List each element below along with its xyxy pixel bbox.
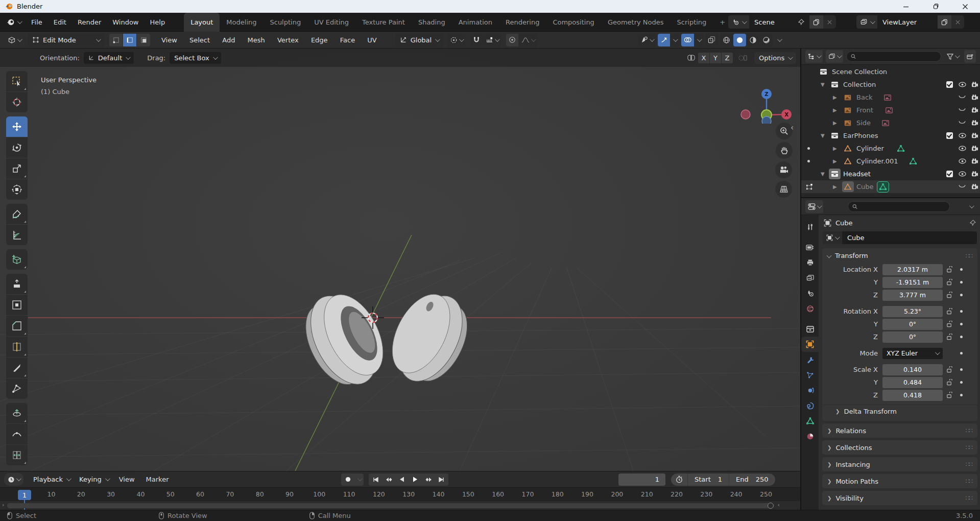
lock-icon[interactable] xyxy=(943,308,956,315)
outliner-display-mode-button[interactable] xyxy=(826,50,843,63)
properties-search-input[interactable] xyxy=(861,203,945,210)
disable-in-renders-toggle[interactable] xyxy=(970,120,980,126)
new-collection-button[interactable] xyxy=(964,50,976,63)
outliner-row-front[interactable]: ▶ Front xyxy=(801,104,980,116)
overlays-dropdown[interactable] xyxy=(695,34,703,46)
timeline-collapse-chevron[interactable]: ‹ xyxy=(778,502,780,508)
tool-knife[interactable] xyxy=(6,358,28,378)
scale-z-field[interactable]: 0.418 xyxy=(882,390,943,401)
panel-drag-dots-icon[interactable]: ∷∷ xyxy=(966,252,972,259)
props-tab-scene[interactable] xyxy=(801,286,819,301)
jump-to-end-button[interactable] xyxy=(435,473,448,486)
disable-in-renders-toggle[interactable] xyxy=(970,94,980,101)
rotation-z-field[interactable]: 0° xyxy=(882,331,943,343)
workspace-tab-scripting[interactable]: Scripting xyxy=(671,13,713,32)
tool-edge-slide[interactable] xyxy=(6,445,28,465)
outliner-row-back[interactable]: ▶ Back xyxy=(801,91,980,104)
lock-icon[interactable] xyxy=(943,279,956,286)
disclosure-triangle-icon[interactable]: ▶ xyxy=(833,184,837,190)
animate-dot[interactable] xyxy=(956,381,966,384)
lock-icon[interactable] xyxy=(943,334,956,340)
keying-set-dropdown[interactable] xyxy=(354,473,364,486)
location-y-field[interactable]: -1.9151 m xyxy=(882,277,943,288)
tool-add-cube[interactable] xyxy=(6,249,28,270)
tool-transform[interactable] xyxy=(6,179,28,200)
tool-cursor[interactable] xyxy=(6,92,28,112)
close-button[interactable] xyxy=(950,0,980,13)
workspace-tab-texture-paint[interactable]: Texture Paint xyxy=(355,13,412,32)
lock-icon[interactable] xyxy=(943,366,956,373)
menu-add[interactable]: Add xyxy=(217,36,240,44)
workspace-tab-sculpting[interactable]: Sculpting xyxy=(263,13,307,32)
hide-in-viewport-toggle[interactable] xyxy=(957,184,967,189)
frame-start-field[interactable]: Start 1 xyxy=(687,473,729,486)
snap-falloff-icon[interactable] xyxy=(738,54,748,62)
transform-panel-header[interactable]: Transform ∷∷ xyxy=(822,248,977,263)
shading-rendered-button[interactable] xyxy=(760,34,773,46)
rotation-x-field[interactable]: 5.23° xyxy=(882,306,943,317)
disable-in-renders-toggle[interactable] xyxy=(970,184,980,190)
hide-in-viewport-toggle[interactable] xyxy=(957,146,967,151)
outliner-row-scene-collection[interactable]: Scene Collection xyxy=(801,65,980,78)
shading-wireframe-button[interactable] xyxy=(720,34,733,46)
menu-vertex[interactable]: Vertex xyxy=(272,36,304,44)
disclosure-triangle-icon[interactable]: ▼ xyxy=(821,82,825,87)
mirror-z-toggle[interactable]: Z xyxy=(722,53,733,63)
timeline-view-menu[interactable]: View xyxy=(113,473,140,486)
menu-edge[interactable]: Edge xyxy=(306,36,333,44)
instancing-panel-header[interactable]: ❯Instancing ∷∷ xyxy=(822,457,977,471)
view-layer-remove-button[interactable] xyxy=(951,15,964,29)
rotation-y-field[interactable]: 0° xyxy=(882,319,943,330)
animate-dot[interactable] xyxy=(956,323,966,325)
collection-checkbox[interactable] xyxy=(944,81,954,88)
menu-edit[interactable]: Edit xyxy=(48,15,72,29)
outliner-row-cube[interactable]: ▶ Cube xyxy=(801,180,980,193)
proportional-editing-toggle[interactable] xyxy=(506,34,518,46)
3d-viewport[interactable]: Orientation: Default Drag: Select Box X … xyxy=(0,49,800,471)
collection-checkbox[interactable] xyxy=(944,132,954,139)
disclosure-triangle-icon[interactable]: ▶ xyxy=(833,94,837,100)
lock-icon[interactable] xyxy=(943,379,956,386)
location-z-field[interactable]: 3.777 m xyxy=(882,290,943,301)
hide-in-viewport-toggle[interactable] xyxy=(957,171,967,177)
outliner-row-earphones[interactable]: ▼ EarPhones xyxy=(801,129,980,142)
show-gizmo-dropdown[interactable] xyxy=(638,34,656,46)
hide-in-viewport-toggle[interactable] xyxy=(957,82,967,87)
play-reverse-button[interactable] xyxy=(395,473,409,486)
properties-options-chevron[interactable] xyxy=(969,203,974,208)
props-tab-material[interactable] xyxy=(801,429,819,444)
visibility-panel-header[interactable]: ❯Visibility ∷∷ xyxy=(822,491,977,505)
mirror-butterfly-icon[interactable] xyxy=(687,54,696,61)
scale-x-field[interactable]: 0.140 xyxy=(882,364,943,375)
menu-mesh[interactable]: Mesh xyxy=(243,36,270,44)
delta-transform-panel-header[interactable]: ❯ Delta Transform xyxy=(822,405,977,418)
breadcrumb-object-name[interactable]: Cube xyxy=(835,219,853,227)
timeline-scrollbar[interactable]: › ‹ xyxy=(0,501,800,510)
drag-value-dropdown[interactable]: Select Box xyxy=(170,52,221,64)
outliner-row-side[interactable]: ▶ Side xyxy=(801,116,980,129)
timeline-ruler[interactable]: 1 10203040506070809010011012013014015016… xyxy=(0,487,800,501)
workspace-tab-shading[interactable]: Shading xyxy=(412,13,452,32)
current-frame-field[interactable]: 1 xyxy=(618,473,665,486)
menu-face[interactable]: Face xyxy=(335,36,360,44)
disable-in-renders-toggle[interactable] xyxy=(970,107,980,113)
workspace-tab-compositing[interactable]: Compositing xyxy=(546,13,601,32)
disclosure-triangle-icon[interactable]: ▶ xyxy=(833,120,837,126)
object-name-field[interactable]: Cube xyxy=(842,231,977,244)
proportional-falloff-dropdown[interactable] xyxy=(519,34,537,46)
props-tab-constraints[interactable] xyxy=(801,398,819,413)
options-dropdown[interactable]: Options xyxy=(754,52,796,64)
timeline-editor-type-button[interactable] xyxy=(4,473,23,486)
menu-view[interactable]: View xyxy=(156,36,182,44)
motion-paths-panel-header[interactable]: ❯Motion Paths ∷∷ xyxy=(822,474,977,488)
viewport-gizmos-toggle[interactable] xyxy=(658,34,670,46)
workspace-tab-animation[interactable]: Animation xyxy=(452,13,499,32)
previous-keyframe-button[interactable] xyxy=(382,473,395,486)
menu-window[interactable]: Window xyxy=(107,15,144,29)
scene-name-field[interactable]: Scene xyxy=(749,15,809,29)
outliner-row-headset[interactable]: ▼ Headset xyxy=(801,168,980,180)
props-tab-particles[interactable] xyxy=(801,367,819,383)
properties-search[interactable] xyxy=(848,201,950,212)
location-x-field[interactable]: 2.0317 m xyxy=(882,264,943,275)
orientation-value-dropdown[interactable]: Default xyxy=(84,52,134,64)
